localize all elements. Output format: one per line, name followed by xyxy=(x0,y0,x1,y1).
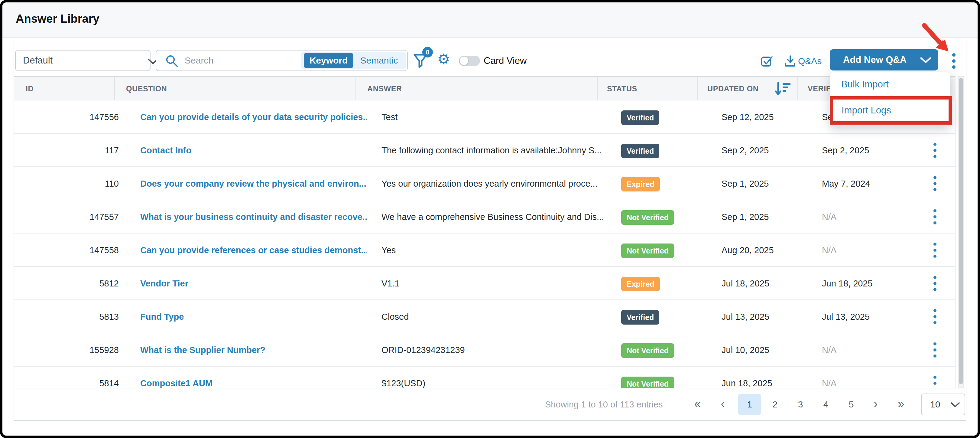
column-header-answer[interactable]: ANSWER xyxy=(367,77,402,100)
page-number-button[interactable]: 2 xyxy=(764,394,786,415)
chevron-down-icon[interactable] xyxy=(920,57,932,64)
cell-verified-on: N/A xyxy=(822,234,907,267)
cell-id: 110 xyxy=(14,167,119,200)
menu-item-bulk-import[interactable]: Bulk Import xyxy=(830,72,950,97)
status-badge: Verified xyxy=(621,310,659,325)
card-view-label: Card View xyxy=(484,51,527,71)
app-window: Answer Library Default Keyword Semantic … xyxy=(0,0,980,438)
last-page-button[interactable]: » xyxy=(892,389,910,421)
first-page-button[interactable]: « xyxy=(688,389,706,421)
page-number-button[interactable]: 5 xyxy=(840,394,863,415)
cell-answer: Test xyxy=(382,100,609,134)
row-actions-kebab-icon[interactable] xyxy=(932,274,939,293)
cell-answer: $123(USD) xyxy=(382,366,609,388)
cell-updated-on: Aug 20, 2025 xyxy=(722,234,809,267)
page-number-button[interactable]: 4 xyxy=(815,394,837,415)
row-actions-kebab-icon[interactable] xyxy=(932,341,939,359)
menu-item-import-logs[interactable]: Import Logs xyxy=(833,100,948,121)
cell-question: Can you provide details of your data sec… xyxy=(140,100,367,134)
table-row: 110Does your company review the physical… xyxy=(14,167,955,200)
gear-icon[interactable]: ⚙ xyxy=(437,52,450,67)
prev-page-button[interactable]: ‹ xyxy=(714,389,732,421)
table-row: 5813Fund TypeClosedVerifiedJul 13, 2025J… xyxy=(14,300,955,333)
table-header: ID QUESTION ANSWER STATUS UPDATED ON VER… xyxy=(14,76,956,100)
page-number-button[interactable]: 1 xyxy=(738,394,761,415)
cell-verified-on: Jun 18, 2025 xyxy=(822,267,907,300)
question-link[interactable]: Can you provide details of your data sec… xyxy=(140,112,367,122)
card-view-toggle[interactable] xyxy=(459,56,480,66)
column-header-updated[interactable]: UPDATED ON xyxy=(707,77,759,100)
cell-answer: Closed xyxy=(382,300,609,333)
cell-status: Verified xyxy=(621,134,709,167)
cell-id: 147557 xyxy=(14,200,119,234)
column-header-id[interactable]: ID xyxy=(26,77,33,100)
showing-entries-text: Showing 1 to 10 of 113 entries xyxy=(545,389,663,421)
row-actions-kebab-icon[interactable] xyxy=(932,307,939,326)
question-link[interactable]: Vendor Tier xyxy=(140,279,188,288)
cell-question: Can you provide references or case studi… xyxy=(140,234,367,267)
question-link[interactable]: What is the Supplier Number? xyxy=(140,345,266,355)
table-scrollbar-thumb[interactable] xyxy=(959,78,963,384)
cell-answer: Yes our organization does yearly environ… xyxy=(382,167,609,200)
cell-status: Verified xyxy=(621,300,709,333)
export-qas-button[interactable]: Q&As xyxy=(798,51,822,71)
status-badge: Expired xyxy=(621,177,660,191)
cell-status: Not Verified xyxy=(621,200,709,234)
row-actions-kebab-icon[interactable] xyxy=(932,141,939,159)
status-badge: Not Verified xyxy=(621,343,674,358)
card-border xyxy=(966,38,966,421)
cell-verified-on: Sep 2, 2025 xyxy=(822,134,907,167)
table-body: 147556Can you provide details of your da… xyxy=(14,100,956,388)
search-mode-toggle: Keyword Semantic xyxy=(301,52,406,69)
cell-answer: Yes xyxy=(382,234,609,267)
search-input[interactable] xyxy=(185,52,299,69)
question-link[interactable]: Does your company review the physical an… xyxy=(140,179,366,188)
question-link[interactable]: What is your business continuity and dis… xyxy=(140,212,367,222)
cell-question: Does your company review the physical an… xyxy=(140,167,367,200)
column-header-status[interactable]: STATUS xyxy=(607,77,637,100)
question-link[interactable]: Fund Type xyxy=(140,312,184,322)
page-header: Answer Library xyxy=(0,0,980,38)
toggle-knob xyxy=(460,57,468,65)
bulk-select-icon[interactable] xyxy=(760,54,774,67)
row-actions-kebab-icon[interactable] xyxy=(932,175,939,193)
row-actions-kebab-icon[interactable] xyxy=(932,208,939,226)
cell-id: 5814 xyxy=(14,366,119,388)
cell-status: Not Verified xyxy=(621,366,709,388)
cell-status: Not Verified xyxy=(621,234,709,267)
cell-id: 5813 xyxy=(14,300,119,333)
cell-question: Vendor Tier xyxy=(140,267,367,300)
keyword-mode-button[interactable]: Keyword xyxy=(304,53,353,68)
search-bar: Keyword Semantic xyxy=(156,50,408,71)
page-number-button[interactable]: 3 xyxy=(789,394,812,415)
table-row: 155928What is the Supplier Number?ORID-0… xyxy=(14,333,955,366)
sort-desc-icon[interactable] xyxy=(775,82,792,97)
download-icon[interactable] xyxy=(784,55,796,68)
cell-updated-on: Jul 13, 2025 xyxy=(722,300,809,333)
page-size-select[interactable]: 10 xyxy=(921,393,965,415)
cell-status: Not Verified xyxy=(621,333,709,366)
column-header-question[interactable]: QUESTION xyxy=(126,77,167,100)
more-actions-kebab-icon[interactable] xyxy=(950,52,958,70)
cell-answer: The following contact information is ava… xyxy=(382,134,609,167)
cell-verified-on: N/A xyxy=(822,333,907,366)
table-row: 147556Can you provide details of your da… xyxy=(14,100,955,134)
cell-id: 5812 xyxy=(14,267,119,300)
cell-question: Fund Type xyxy=(140,300,367,333)
collection-select[interactable]: Default xyxy=(15,50,151,71)
next-page-button[interactable]: › xyxy=(867,389,885,421)
question-link[interactable]: Can you provide references or case studi… xyxy=(140,245,367,255)
status-badge: Not Verified xyxy=(621,377,674,388)
question-link[interactable]: Composite1 AUM xyxy=(140,378,213,388)
status-badge: Verified xyxy=(621,144,659,158)
card-border xyxy=(14,420,966,421)
status-badge: Expired xyxy=(621,277,660,291)
row-actions-kebab-icon[interactable] xyxy=(932,241,939,259)
semantic-mode-button[interactable]: Semantic xyxy=(355,53,404,68)
row-actions-kebab-icon[interactable] xyxy=(932,374,939,388)
collection-select-value: Default xyxy=(23,51,52,70)
cell-updated-on: Sep 2, 2025 xyxy=(722,134,809,167)
question-link[interactable]: Contact Info xyxy=(140,145,191,155)
page-title: Answer Library xyxy=(16,0,99,38)
chevron-down-icon xyxy=(950,402,960,408)
